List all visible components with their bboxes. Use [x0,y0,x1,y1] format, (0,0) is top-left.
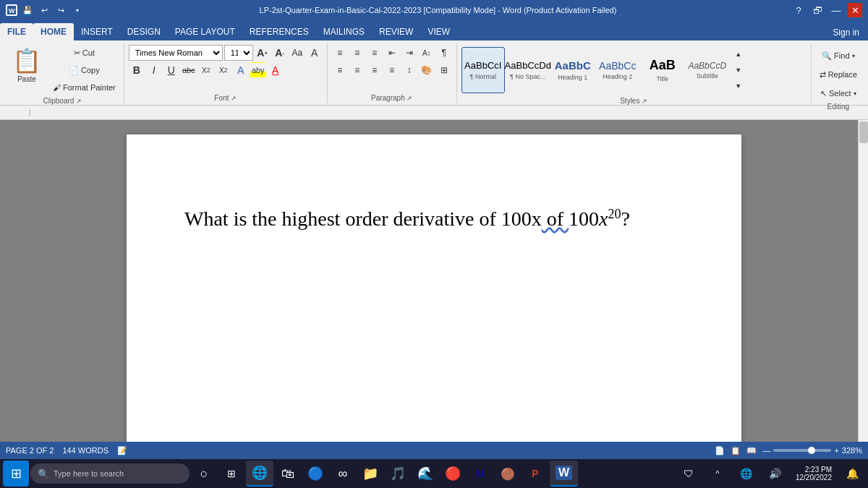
volume-icon[interactable]: 🔊 [762,461,788,487]
find-button[interactable]: 🔍 Find ▾ [816,48,861,64]
style-no-spacing[interactable]: AaBbCcDd ¶ No Spac... [506,47,550,93]
chevron-icon[interactable]: ^ [705,461,731,487]
numbering-button[interactable]: ≡ [349,45,365,61]
style-title[interactable]: AaB Title [641,47,684,93]
zoom-control[interactable]: — + 328% [762,446,862,455]
cut-button[interactable]: ✂ Cut [49,45,119,61]
clear-format-button[interactable]: A [307,45,323,61]
subscript-button[interactable]: X2 [198,62,214,78]
powerpoint-button[interactable]: P [522,461,548,487]
borders-button[interactable]: ⊞ [436,62,452,78]
chrome-button[interactable]: 🔴 [440,461,466,487]
media-button[interactable]: 🎵 [385,461,411,487]
document-page[interactable]: What is the highest order derivative of … [127,134,741,442]
underline-button[interactable]: U [163,62,179,78]
italic-button[interactable]: I [146,62,162,78]
tab-references[interactable]: REFERENCES [242,23,316,40]
styles-scroll-down[interactable]: ▼ [731,62,746,78]
customize-qat-button[interactable]: ▾ [70,4,85,17]
help-button[interactable]: ? [791,3,806,17]
mcafee2-button[interactable]: 🟤 [495,461,521,487]
style-heading1[interactable]: AaBbC Heading 1 [551,47,595,93]
replace-icon: ⇄ [820,70,826,80]
show-hide-button[interactable]: ¶ [436,45,452,61]
highlight-button[interactable]: aby [250,62,266,78]
change-case-button[interactable]: Aa [289,45,305,61]
styles-scroll-up[interactable]: ▲ [731,46,746,62]
dropbox-button[interactable]: 🔵 [302,461,328,487]
save-qat-button[interactable]: 💾 [20,4,35,17]
close-button[interactable]: ✕ [848,3,862,17]
tab-home[interactable]: HOME [33,23,74,40]
zoom-out-icon[interactable]: — [762,446,770,455]
mcafee-button[interactable]: M [467,461,493,487]
bullets-button[interactable]: ≡ [332,45,348,61]
minimize-button[interactable]: — [829,3,843,17]
view-read-button[interactable]: 📖 [746,446,757,455]
paragraph-row-2: ≡ ≡ ≡ ≡ ↕ 🎨 ⊞ [332,62,452,78]
align-right-button[interactable]: ≡ [367,62,383,78]
shading-button[interactable]: 🎨 [419,62,435,78]
increase-indent-button[interactable]: ⇥ [401,45,417,61]
superscript-button[interactable]: X2 [216,62,231,78]
infinity-button[interactable]: ∞ [330,461,356,487]
tab-file[interactable]: FILE [0,23,33,40]
scrollbar-thumb[interactable] [859,121,868,143]
align-left-button[interactable]: ≡ [332,62,348,78]
restore-button[interactable]: 🗗 [810,3,825,17]
font-grow-button[interactable]: A+ [255,45,271,61]
tab-review[interactable]: REVIEW [372,23,420,40]
style-heading2[interactable]: AaBbCc Heading 2 [596,47,639,93]
view-print-button[interactable]: 📄 [715,446,725,455]
style-subtitle[interactable]: AaBbCcD Subtitle [686,47,729,93]
network-icon[interactable]: 🌐 [733,461,760,487]
tab-mailings[interactable]: MAILINGS [316,23,372,40]
task-view-button[interactable]: ○ [191,461,217,487]
tab-view[interactable]: VIEW [420,23,457,40]
tab-insert[interactable]: INSERT [74,23,120,40]
strikethrough-button[interactable]: abc [181,62,197,78]
view-web-button[interactable]: 📋 [731,446,741,455]
bold-button[interactable]: B [129,62,145,78]
search-bar[interactable]: 🔍 [30,463,190,484]
undo-qat-button[interactable]: ↩ [37,4,51,17]
redo-qat-button[interactable]: ↪ [54,4,68,17]
widgets-button[interactable]: ⊞ [218,461,244,487]
justify-button[interactable]: ≡ [384,62,400,78]
font-color-button[interactable]: A [268,62,284,78]
font-family-select[interactable]: Times New Roman [129,45,223,61]
time-block[interactable]: 2:23 PM 12/20/2022 [791,466,836,481]
waves-button[interactable]: 🌊 [412,461,438,487]
folder-button[interactable]: 📁 [357,461,383,487]
store-app-button[interactable]: 🛍 [275,461,301,487]
text-effects-button[interactable]: A [233,62,249,78]
font-shrink-button[interactable]: A- [272,45,288,61]
time-display: 2:23 PM [796,466,832,474]
zoom-slider[interactable] [773,449,831,452]
paste-button[interactable]: 📋 Paste [6,45,48,95]
notification-button[interactable]: 🔔 [839,461,865,487]
sign-in-link[interactable]: Sign in [824,25,868,40]
vertical-scrollbar[interactable] [858,120,868,442]
multilevel-button[interactable]: ≡ [367,45,383,61]
decrease-indent-button[interactable]: ⇤ [384,45,400,61]
style-normal[interactable]: AaBbCcI ¶ Normal [461,47,505,93]
select-button[interactable]: ↖ Select ▾ [816,85,861,101]
zoom-in-icon[interactable]: + [834,446,838,455]
start-button[interactable]: ⊞ [3,461,29,487]
replace-button[interactable]: ⇄ Replace [816,67,861,82]
edge-app-button[interactable]: 🌐 [246,461,273,487]
search-input[interactable] [54,469,176,478]
tab-page-layout[interactable]: PAGE LAYOUT [168,23,242,40]
align-center-button[interactable]: ≡ [349,62,365,78]
font-size-select[interactable]: 11 [224,45,253,61]
sort-button[interactable]: A↕ [419,45,435,61]
styles-more-button[interactable]: ▼ [731,78,746,94]
tab-design[interactable]: DESIGN [120,23,168,40]
word-taskbar-button[interactable]: W [550,461,578,487]
style-heading2-preview: AaBbCc [599,60,636,72]
security-icon[interactable]: 🛡 [676,461,702,487]
copy-button[interactable]: 📄 Copy [49,62,119,78]
format-painter-button[interactable]: 🖌 Format Painter [49,80,119,95]
line-spacing-button[interactable]: ↕ [401,62,417,78]
